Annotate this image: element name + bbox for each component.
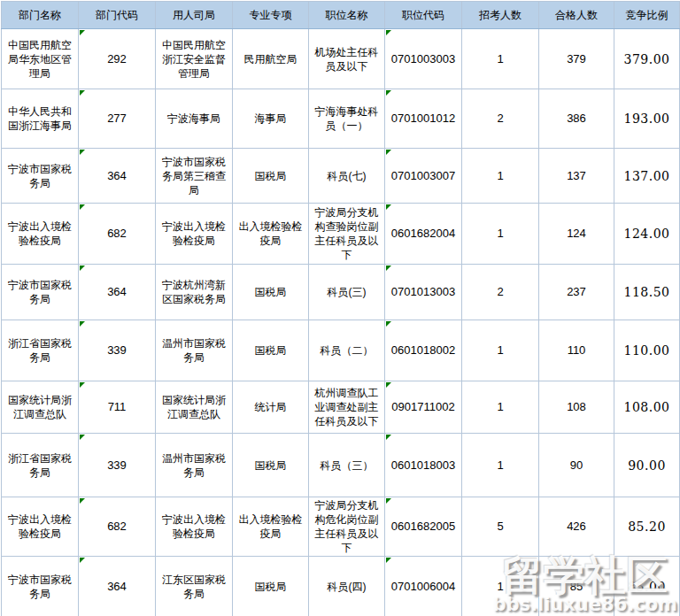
dept-code-text: 277 <box>107 112 127 125</box>
table-row: 宁波出入境检验检疫局 682 宁波出入境检验检疫局 出入境检验检疫局 宁波局分支… <box>2 497 680 557</box>
cell-dept-code: 364 <box>79 265 156 320</box>
green-corner-marker-icon <box>80 30 85 35</box>
position-code-text: 0601682004 <box>391 227 455 240</box>
green-corner-marker-icon <box>386 435 391 440</box>
cell-position-name: 科员(四) <box>309 557 385 616</box>
cell-dept-name: 宁波市国家税务局 <box>2 265 79 320</box>
cell-specialty: 国税局 <box>233 434 309 497</box>
green-corner-marker-icon <box>386 558 391 563</box>
cell-position-name: 科员(七) <box>309 149 385 204</box>
cell-position-code: 0701003007 <box>385 149 462 204</box>
cell-qualified-count: 85 <box>539 557 614 616</box>
cell-ratio: 85.00 <box>614 557 680 616</box>
cell-position-code: 0701006004 <box>385 557 462 616</box>
green-corner-marker-icon <box>386 266 391 271</box>
cell-specialty: 国税局 <box>233 149 309 204</box>
cell-specialty: 出入境检验检疫局 <box>233 497 309 557</box>
green-corner-marker-icon <box>80 321 85 327</box>
green-corner-marker-icon <box>80 204 85 210</box>
cell-qualified-count: 386 <box>539 89 614 149</box>
cell-dept-name: 浙江省国家税务局 <box>2 434 79 497</box>
cell-recruit-count: 5 <box>462 497 539 557</box>
green-corner-marker-icon <box>80 266 85 271</box>
col-header-dept-code: 部门代码 <box>79 2 156 29</box>
cell-position-code: 0601018002 <box>385 320 462 381</box>
cell-dept-code: 339 <box>79 434 156 497</box>
dept-code-text: 292 <box>107 52 127 65</box>
green-corner-marker-icon <box>386 90 391 96</box>
cell-bureau: 国家统计局浙江调查总队 <box>156 381 233 434</box>
dept-code-text: 364 <box>107 580 127 593</box>
cell-position-code: 0701013003 <box>385 265 462 320</box>
cell-qualified-count: 426 <box>539 497 614 557</box>
cell-qualified-count: 237 <box>539 265 614 320</box>
cell-ratio: 110.00 <box>614 320 680 381</box>
cell-recruit-count: 1 <box>462 320 539 381</box>
green-corner-marker-icon <box>386 498 391 504</box>
col-header-position-code: 职位代码 <box>385 2 462 29</box>
cell-recruit-count: 1 <box>462 381 539 434</box>
cell-ratio: 193.00 <box>614 89 680 149</box>
cell-specialty: 民用航空局 <box>233 29 309 89</box>
green-corner-marker-icon <box>80 558 85 563</box>
green-corner-marker-icon <box>386 382 391 388</box>
cell-qualified-count: 108 <box>539 381 614 434</box>
cell-dept-name: 宁波出入境检验检疫局 <box>2 204 79 265</box>
table-row: 宁波市国家税务局 364 宁波市国家税务局第三稽查局 国税局 科员(七) 070… <box>2 149 680 204</box>
cell-dept-code: 364 <box>79 557 156 616</box>
table-row: 浙江省国家税务局 339 温州市国家税务局 国税局 科员（二） 06010180… <box>2 320 680 381</box>
cell-dept-name: 宁波市国家税务局 <box>2 149 79 204</box>
green-corner-marker-icon <box>386 30 391 35</box>
cell-specialty: 出入境检验检疫局 <box>233 204 309 265</box>
cell-specialty: 国税局 <box>233 320 309 381</box>
cell-dept-name: 浙江省国家税务局 <box>2 320 79 381</box>
cell-position-name: 宁海海事处科员（一） <box>309 89 385 149</box>
col-header-qualified-count: 合格人数 <box>539 2 614 29</box>
green-corner-marker-icon <box>386 150 391 155</box>
cell-bureau: 宁波出入境检验检疫局 <box>156 497 233 557</box>
position-code-text: 0601018003 <box>391 458 455 472</box>
cell-position-name: 宁波局分支机构查验岗位副主任科员及以下 <box>309 204 385 265</box>
cell-qualified-count: 379 <box>539 29 614 89</box>
cell-bureau: 江东区国家税务局 <box>156 557 233 616</box>
cell-dept-code: 364 <box>79 149 156 204</box>
cell-position-code: 0601682004 <box>385 204 462 265</box>
green-corner-marker-icon <box>80 90 85 96</box>
cell-specialty: 统计局 <box>233 381 309 434</box>
table-row: 浙江省国家税务局 339 温州市国家税务局 国税局 科员（三） 06010180… <box>2 434 680 497</box>
cell-ratio: 379.00 <box>614 29 680 89</box>
cell-position-code: 0601018003 <box>385 434 462 497</box>
position-code-text: 0701013003 <box>391 285 455 298</box>
cell-bureau: 宁波市国家税务局第三稽查局 <box>156 149 233 204</box>
dept-code-text: 682 <box>107 520 127 533</box>
green-corner-marker-icon <box>80 498 85 504</box>
green-corner-marker-icon <box>80 382 85 388</box>
col-header-position-name: 职位名称 <box>309 2 385 29</box>
cell-position-name: 科员（三） <box>309 434 385 497</box>
table-row: 中华人民共和国浙江海事局 277 宁波海事局 海事局 宁海海事处科员（一） 07… <box>2 89 680 149</box>
cell-qualified-count: 124 <box>539 204 614 265</box>
cell-recruit-count: 1 <box>462 434 539 497</box>
table-row: 宁波出入境检验检疫局 682 宁波出入境检验检疫局 出入境检验检疫局 宁波局分支… <box>2 204 680 265</box>
cell-qualified-count: 110 <box>539 320 614 381</box>
cell-position-code: 0901711002 <box>385 381 462 434</box>
cell-dept-code: 277 <box>79 89 156 149</box>
cell-bureau: 温州市国家税务局 <box>156 434 233 497</box>
cell-ratio: 118.50 <box>614 265 680 320</box>
cell-dept-name: 宁波出入境检验检疫局 <box>2 497 79 557</box>
header-row: 部门名称 部门代码 用人司局 专业专项 职位名称 职位代码 招考人数 合格人数 … <box>2 2 680 29</box>
cell-dept-name: 国家统计局浙江调查总队 <box>2 381 79 434</box>
cell-position-name: 科员（二） <box>309 320 385 381</box>
dept-code-text: 339 <box>107 343 127 357</box>
cell-dept-code: 339 <box>79 320 156 381</box>
cell-qualified-count: 90 <box>539 434 614 497</box>
cell-recruit-count: 1 <box>462 149 539 204</box>
cell-ratio: 108.00 <box>614 381 680 434</box>
cell-bureau: 宁波出入境检验检疫局 <box>156 204 233 265</box>
col-header-bureau: 用人司局 <box>156 2 233 29</box>
table-row: 宁波市国家税务局 364 宁波杭州湾新区国家税务局 国税局 科员(三) 0701… <box>2 265 680 320</box>
col-header-dept-name: 部门名称 <box>2 2 79 29</box>
cell-dept-name: 宁波市国家税务局 <box>2 557 79 616</box>
cell-qualified-count: 137 <box>539 149 614 204</box>
cell-ratio: 85.20 <box>614 497 680 557</box>
